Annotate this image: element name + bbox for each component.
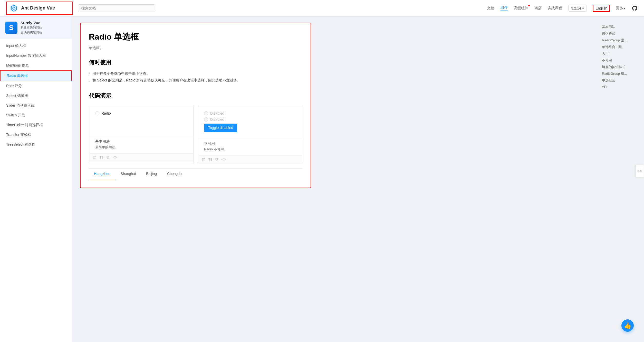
toc-item-5[interactable]: 不可用 — [602, 58, 640, 63]
more-button[interactable]: 更多 ▾ — [616, 6, 626, 11]
nav-components[interactable]: 组件 — [501, 5, 508, 11]
basic-meta-title: 基本用法 — [95, 139, 187, 144]
logo-area[interactable]: Ant Design Vue — [6, 2, 73, 15]
nav-docs[interactable]: 文档 — [487, 6, 494, 11]
toc-item-8[interactable]: 单选组合 — [602, 78, 640, 83]
toc-item-3[interactable]: 单选组合 - 配... — [602, 45, 640, 49]
disabled-meta-title: 不可用 — [204, 141, 296, 146]
demo-card-basic: Radio 基本用法 最简单的用法。 ⊡ TS ⧉ <> — [89, 105, 194, 164]
logo-icon — [9, 4, 18, 13]
toc-item-7[interactable]: RadioGroup 组... — [602, 71, 640, 76]
when-to-use-title: 何时使用 — [89, 59, 302, 66]
demo-card-disabled-footer: ⊡ TS ⧉ <> — [198, 155, 302, 164]
search-area[interactable] — [78, 4, 155, 12]
tab-hangzhou[interactable]: Hangzhou — [89, 169, 116, 179]
tab-beijing[interactable]: Beijing — [141, 169, 162, 179]
copy-icon-2[interactable]: ⧉ — [215, 157, 218, 162]
surely-vue-logo: S — [5, 22, 17, 34]
demo-card-basic-footer: ⊡ TS ⧉ <> — [89, 153, 193, 162]
bullet-item-0: 用于在多个备选项中选中单个状态。 — [89, 70, 302, 77]
radio-circle-basic[interactable] — [95, 111, 99, 115]
tab-chengdu[interactable]: Chengdu — [162, 169, 187, 179]
header-nav: 文档 组件 高级组件 商店 实战课程 3.2.14 ▾ English 更多 ▾ — [487, 5, 638, 12]
sidebar-item-select[interactable]: Select 选择器 — [0, 91, 72, 101]
sidebar-item-inputnumber[interactable]: InputNumber 数字输入框 — [0, 51, 72, 61]
toc-item-4[interactable]: 大小 — [602, 51, 640, 56]
sidebar-item-timepicker[interactable]: TimePicker 时间选择框 — [0, 120, 72, 130]
toc-item-2[interactable]: RadioGroup 垂... — [602, 38, 640, 43]
copy-icon[interactable]: ⧉ — [107, 155, 109, 160]
sidebar: S Surely Vue 构建更快的网站 更快的构建网站 Input 输入框 I… — [0, 16, 72, 342]
demo-card-basic-content: Radio — [89, 105, 193, 136]
language-selector[interactable]: English — [593, 5, 610, 12]
chevron-down-icon: ▾ — [624, 6, 626, 10]
page-subtitle: 单选框。 — [89, 46, 302, 50]
layout: S Surely Vue 构建更快的网站 更快的构建网站 Input 输入框 I… — [0, 16, 644, 342]
radio-group-disabled: Disabled Disabled — [204, 111, 296, 122]
radio-circle-disabled-2 — [204, 117, 208, 122]
toggle-disabled-button[interactable]: Toggle disabled — [204, 124, 237, 132]
sidebar-item-input[interactable]: Input 输入框 — [0, 41, 72, 51]
tab-shanghai[interactable]: Shanghai — [116, 169, 141, 179]
sidebar-ad[interactable]: S Surely Vue 构建更快的网站 更快的构建网站 — [0, 16, 72, 39]
demo-title: 代码演示 — [89, 92, 302, 100]
sidebar-item-switch[interactable]: Switch 开关 — [0, 110, 72, 120]
sidebar-item-radio[interactable]: Radio 单选框 — [0, 70, 72, 81]
bullet-list: 用于在多个备选项中选中单个状态。 和 Select 的区别是，Radio 所有选… — [89, 70, 302, 84]
search-input[interactable] — [78, 4, 155, 12]
sidebar-item-slider[interactable]: Slider 滑动输入条 — [0, 101, 72, 110]
radio-disabled-label-2: Disabled — [210, 117, 224, 122]
ts-icon[interactable]: TS — [100, 156, 103, 159]
ts-icon-2[interactable]: TS — [208, 158, 212, 161]
codesandbox-icon[interactable]: ⊡ — [93, 155, 97, 160]
toc-item-9[interactable]: API — [602, 85, 640, 89]
toc-item-1[interactable]: 按钮样式 — [602, 31, 640, 36]
sidebar-item-treeselect[interactable]: TreeSelect 树选择 — [0, 140, 72, 150]
chevron-down-icon: ▾ — [582, 6, 584, 10]
sidebar-item-rate[interactable]: Rate 评分 — [0, 81, 72, 91]
sidebar-menu: Input 输入框 InputNumber 数字输入框 Mentions 提及 … — [0, 39, 72, 152]
header: Ant Design Vue 文档 组件 高级组件 商店 实战课程 3.2.14… — [0, 0, 644, 16]
demo-card-disabled: Disabled Disabled Toggle disabled 不可用 Ra… — [198, 105, 302, 164]
radio-basic-label: Radio — [101, 111, 111, 115]
radio-disabled-label-1: Disabled — [210, 111, 224, 115]
page-title: Radio 单选框 — [89, 31, 302, 43]
nav-advanced[interactable]: 高级组件 — [514, 6, 528, 11]
content-area: Radio 单选框 单选框。 何时使用 用于在多个备选项中选中单个状态。 和 S… — [80, 23, 311, 188]
sidebar-item-transfer[interactable]: Transfer 穿梭框 — [0, 130, 72, 140]
settings-fab[interactable]: ✂ — [636, 165, 644, 177]
bottom-tabs: Hangzhou Shanghai Beijing Chengdu — [89, 168, 302, 179]
toc-item-6[interactable]: 填底的按钮样式 — [602, 65, 640, 69]
feedback-fab[interactable]: 👍 — [621, 319, 634, 332]
disabled-meta-desc: Radio 不可用。 — [204, 147, 296, 152]
thumbs-up-icon: 👍 — [624, 322, 631, 329]
bullet-item-1: 和 Select 的区别是，Radio 所有选项默认可见，方便用户在比较中选择，… — [89, 77, 302, 84]
version-selector[interactable]: 3.2.14 ▾ — [568, 5, 587, 12]
code-icon-2[interactable]: <> — [221, 157, 226, 162]
nav-store[interactable]: 商店 — [534, 6, 542, 11]
radio-circle-disabled-1 — [204, 111, 208, 115]
radio-disabled-2: Disabled — [204, 117, 296, 122]
basic-meta-desc: 最简单的用法。 — [95, 145, 187, 150]
codesandbox-icon-2[interactable]: ⊡ — [202, 157, 205, 162]
sidebar-ad-desc1: 构建更快的网站 — [21, 25, 42, 30]
sidebar-ad-title: Surely Vue — [21, 21, 42, 25]
radio-disabled-1: Disabled — [204, 111, 296, 115]
nav-course[interactable]: 实战课程 — [548, 6, 562, 11]
github-icon[interactable] — [632, 5, 638, 11]
sidebar-item-mentions[interactable]: Mentions 提及 — [0, 61, 72, 70]
radio-basic[interactable]: Radio — [95, 111, 187, 115]
sidebar-ad-desc2: 更快的构建网站 — [21, 30, 42, 35]
main-content: Radio 单选框 单选框。 何时使用 用于在多个备选项中选中单个状态。 和 S… — [72, 16, 644, 342]
toc: 基本用法 按钮样式 RadioGroup 垂... 单选组合 - 配... 大小… — [598, 21, 644, 95]
demo-card-disabled-meta: 不可用 Radio 不可用。 — [198, 138, 302, 155]
toc-item-0[interactable]: 基本用法 — [602, 25, 640, 29]
code-icon[interactable]: <> — [112, 155, 117, 160]
logo-title: Ant Design Vue — [21, 5, 55, 11]
settings-icon: ✂ — [638, 169, 642, 174]
demo-card-disabled-content: Disabled Disabled Toggle disabled — [198, 105, 302, 138]
demo-cards: Radio 基本用法 最简单的用法。 ⊡ TS ⧉ <> — [89, 105, 302, 164]
demo-card-basic-meta: 基本用法 最简单的用法。 — [89, 136, 193, 153]
